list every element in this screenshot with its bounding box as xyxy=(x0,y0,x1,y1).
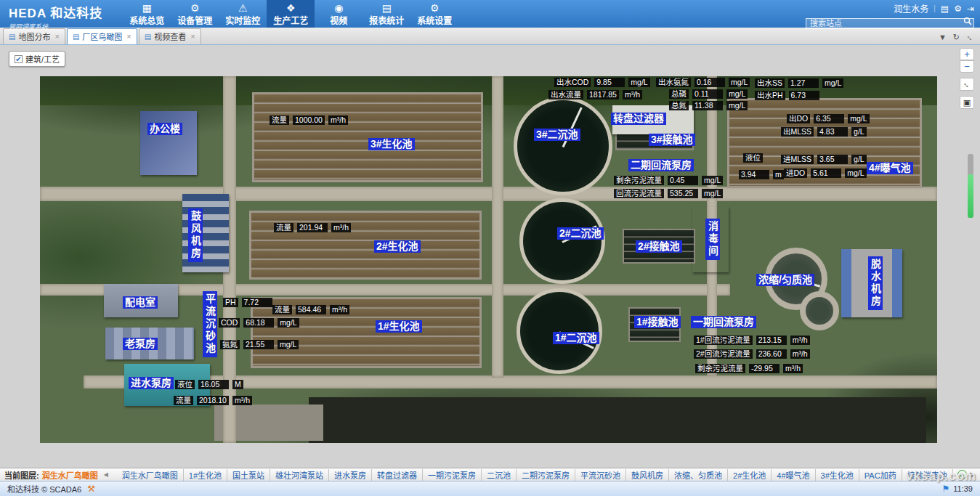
tab-close-icon[interactable]: × xyxy=(190,32,195,41)
building-label[interactable]: 二期回流泵房 xyxy=(628,159,694,171)
notification-icon[interactable]: ⚑ xyxy=(942,484,950,494)
data-label-unit: mg/L xyxy=(702,189,723,198)
nav-item[interactable]: ⚙设备管理 xyxy=(171,0,219,28)
tab-label: 厂区鸟瞰图 xyxy=(82,31,122,42)
search-icon[interactable] xyxy=(963,17,972,25)
data-label: 出水SS1.27mg/L xyxy=(755,78,843,88)
gear-icon[interactable]: ⚙ xyxy=(954,4,962,14)
video-icon: ◉ xyxy=(315,2,363,14)
building-label[interactable]: 脱水机房 xyxy=(868,256,883,310)
plant-aerial-map[interactable]: 办公楼3#生化池3#二沉池转盘过滤器3#接触池二期回流泵房4#曝气池鼓风机房2#… xyxy=(40,76,937,443)
layer-link[interactable]: 1#生化池 xyxy=(184,469,227,481)
tab-doc-icon: ▤ xyxy=(145,33,151,41)
building-label[interactable]: 浓缩/匀质池 xyxy=(756,274,814,286)
current-user[interactable]: 润生水务 xyxy=(894,2,928,15)
data-label-name: 回流污泥流量 xyxy=(614,189,664,198)
thickener-small xyxy=(800,291,839,330)
checkbox-checked-icon[interactable]: ✔ xyxy=(15,55,23,63)
layers-button[interactable]: ▣ xyxy=(960,96,974,109)
clock-time: 11:39 xyxy=(953,484,973,493)
data-label-unit: g/L xyxy=(851,155,867,164)
building-label[interactable]: 鼓风机房 xyxy=(188,208,203,262)
building-label[interactable]: 1#生化池 xyxy=(376,320,422,333)
layer-link[interactable]: 鼓风机房 xyxy=(626,469,669,481)
building-label[interactable]: 2#二沉池 xyxy=(557,227,604,240)
zoom-out-button[interactable]: − xyxy=(960,60,974,73)
tab-close-icon[interactable]: × xyxy=(126,32,131,41)
layer-link[interactable]: 润生水厂鸟瞰图 xyxy=(117,469,184,481)
data-label-value: 4.83 xyxy=(817,127,848,137)
fullscreen-icon[interactable]: ↔ xyxy=(964,31,976,44)
nav-item-label: 实时监控 xyxy=(225,16,260,26)
document-icon[interactable]: ▤ xyxy=(941,4,949,14)
building-label[interactable]: 2#接触池 xyxy=(636,240,682,253)
nav-item[interactable]: ▤报表统计 xyxy=(363,0,410,28)
data-label: 剩余污泥流量-29.95m³/h xyxy=(695,364,803,373)
collapse-icon[interactable]: ◀ xyxy=(104,471,108,478)
building-label[interactable]: 老泵房 xyxy=(123,338,158,350)
data-label-unit: mg/L xyxy=(822,78,843,88)
building-label[interactable]: 平流沉砂池 xyxy=(203,291,217,357)
nav-item[interactable]: ⚙系统设置 xyxy=(410,0,458,28)
header-right: 润生水务 | ▤ ⚙ ⇥ xyxy=(806,0,980,28)
tab-label: 地图分布 xyxy=(18,31,50,42)
data-label-unit: m³/h xyxy=(790,349,810,359)
layer-link[interactable]: 转盘过滤器 xyxy=(372,469,423,481)
tools-icon: ⚒ xyxy=(87,484,95,494)
zoom-slider[interactable] xyxy=(968,154,973,218)
building-label[interactable]: 进水泵房 xyxy=(129,377,174,389)
nav-item[interactable]: ⚠实时监控 xyxy=(219,0,267,28)
layer-link[interactable]: 二沉池 xyxy=(482,469,517,481)
building-label[interactable]: 办公楼 xyxy=(147,123,182,135)
report-icon: ▤ xyxy=(363,2,410,14)
nav-item[interactable]: ◉视频 xyxy=(315,0,363,28)
data-label: 液位 xyxy=(743,153,763,163)
building-label[interactable]: 1#二沉池 xyxy=(553,332,599,344)
data-label-name: COD xyxy=(219,318,240,328)
nav-item[interactable]: ▦系统总览 xyxy=(123,0,171,28)
logout-icon[interactable]: ⇥ xyxy=(967,4,974,14)
layer-link[interactable]: 二期污泥泵房 xyxy=(517,469,575,481)
zoom-slider-fill xyxy=(968,174,973,218)
building-label[interactable]: 转盘过滤器 xyxy=(611,113,666,125)
layer-link[interactable]: 进水泵房 xyxy=(329,469,372,481)
layer-link[interactable]: 一期污泥泵房 xyxy=(423,469,482,481)
building-label[interactable]: 2#生化池 xyxy=(374,240,421,253)
tab-dropdown-icon[interactable]: ▼ xyxy=(939,33,947,42)
building-label[interactable]: 3#生化池 xyxy=(368,138,415,150)
layer-link[interactable]: 雄壮河湾泵站 xyxy=(270,469,329,481)
layer-link[interactable]: 2#生化池 xyxy=(728,469,772,481)
layer-link[interactable]: PAC加药 xyxy=(859,469,902,481)
layer-link[interactable]: 3#生化池 xyxy=(816,469,859,481)
zoom-in-button[interactable]: + xyxy=(960,48,974,60)
data-label: 3.94m xyxy=(739,170,784,179)
status-bar: 和达科技 © SCADA6 ⚒ ⚑ 11:39 xyxy=(0,481,980,496)
building-label[interactable]: 3#接触池 xyxy=(649,134,695,146)
tab[interactable]: ▤视频查看× xyxy=(139,28,201,44)
office-building xyxy=(140,111,197,175)
building-label[interactable]: 消毒间 xyxy=(705,219,720,260)
tab-close-icon[interactable]: × xyxy=(54,32,59,41)
building-label[interactable]: 一期回流泵房 xyxy=(691,316,756,328)
layer-link[interactable]: 4#曝气池 xyxy=(772,469,815,481)
nav-item[interactable]: ❖生产工艺 xyxy=(267,0,315,28)
expand-button[interactable]: ↔ xyxy=(960,78,974,91)
data-label-value: 0.45 xyxy=(668,176,698,185)
current-layer-value[interactable]: 润生水厂鸟瞰图 xyxy=(42,469,98,481)
building-label[interactable]: 1#接触池 xyxy=(634,316,681,328)
data-label-unit: m³/h xyxy=(232,396,252,405)
layer-link[interactable]: 国土泵站 xyxy=(227,469,270,481)
building-label[interactable]: 4#曝气池 xyxy=(867,162,913,174)
data-label-unit: mg/L xyxy=(628,78,649,87)
data-label: 总氮11.38mg/L xyxy=(669,101,748,110)
refresh-icon[interactable]: ↻ xyxy=(953,33,960,42)
data-label-value: 7.72 xyxy=(242,298,272,307)
building-process-toggle[interactable]: ✔ 建筑/工艺 xyxy=(9,51,65,67)
app-header: HEDA 和达科技 管网调度系统 ▦系统总览⚙设备管理⚠实时监控❖生产工艺◉视频… xyxy=(0,0,980,28)
layer-link[interactable]: 平流沉砂池 xyxy=(575,469,626,481)
search-input[interactable] xyxy=(806,18,974,29)
layer-link[interactable]: 浓缩、匀质池 xyxy=(669,469,728,481)
building-label[interactable]: 3#二沉池 xyxy=(534,129,580,141)
data-label-unit: m³/h xyxy=(328,115,348,125)
building-label[interactable]: 配电室 xyxy=(123,296,158,309)
